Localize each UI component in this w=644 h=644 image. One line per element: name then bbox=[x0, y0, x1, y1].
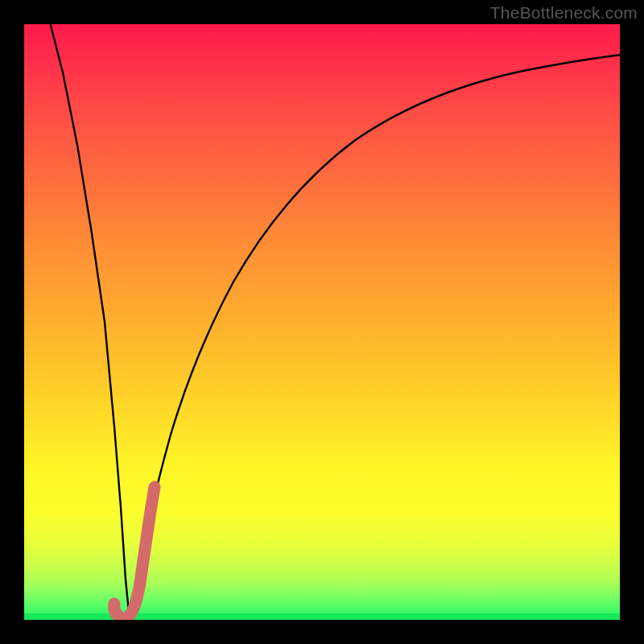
curve-right-branch bbox=[129, 55, 620, 612]
chart-frame: TheBottleneck.com bbox=[0, 0, 644, 644]
bottleneck-curve bbox=[24, 24, 620, 620]
curve-left-branch bbox=[48, 24, 129, 612]
plot-area bbox=[24, 24, 620, 620]
watermark-text: TheBottleneck.com bbox=[490, 3, 638, 23]
